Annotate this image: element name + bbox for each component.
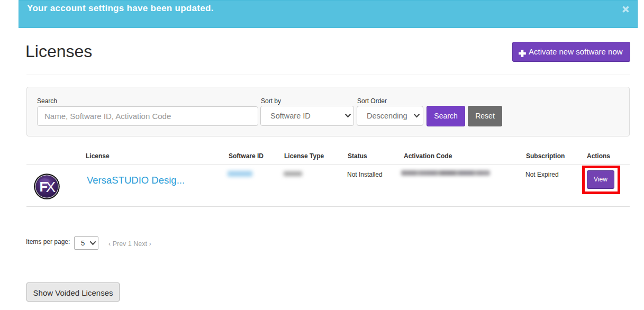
svg-text:X: X: [46, 179, 56, 195]
